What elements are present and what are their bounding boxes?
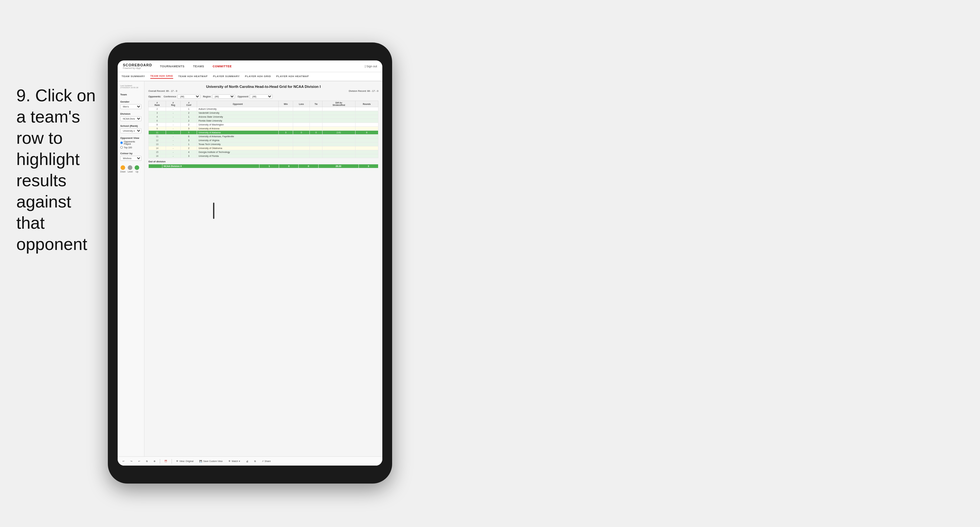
out-division-table: NCAA Division II 1 0 0 26.00 3 (148, 164, 379, 168)
logo-title: SCOREBOARD (123, 63, 152, 67)
region-select[interactable]: (All) (212, 94, 235, 99)
col-reg: #Reg (165, 101, 180, 107)
watch-btn[interactable]: 👁 Watch ▾ (227, 459, 242, 463)
last-updated: Last Updated: 27/03/2024 16:55:38 (120, 84, 142, 89)
radio-top100[interactable]: Top 100 (120, 146, 142, 149)
legend-up-icon (135, 165, 139, 170)
out-division-row[interactable]: NCAA Division II 1 0 0 26.00 3 (149, 164, 379, 168)
legend: Down Level Up (120, 165, 142, 173)
app-logo: SCOREBOARD Powered by clippi (123, 63, 152, 69)
save-custom-view-btn[interactable]: 💾 Save Custom View (198, 459, 224, 463)
tab-player-h2h-grid[interactable]: PLAYER H2H GRID (245, 75, 271, 78)
colour-by-label: Colour by (120, 152, 142, 155)
data-panel: University of North Carolina Head-to-Hea… (145, 81, 382, 457)
nav-bar: SCOREBOARD Powered by clippi TOURNAMENTS… (118, 61, 382, 72)
panel-records: Overall Record: 89 - 17 - 0 Division Rec… (148, 89, 379, 92)
col-opponent: Opponent (197, 101, 278, 107)
division-select[interactable]: NCAA Division I (120, 116, 142, 121)
out-div-loss: 0 (279, 164, 299, 168)
conference-filter: Conference (All) (164, 94, 200, 99)
tab-team-h2h-heatmap[interactable]: TEAM H2H HEATMAP (178, 75, 208, 78)
col-win: Win (278, 101, 293, 107)
table-row[interactable]: 12-3University of Virginia (149, 139, 379, 142)
out-div-win: 1 (259, 164, 279, 168)
redo-btn[interactable]: ↪ (129, 459, 134, 463)
gender-label: Gender (120, 100, 142, 103)
panel-title: University of North Carolina Head-to-Hea… (148, 84, 379, 89)
opponents-label: Opponents: (148, 95, 161, 98)
table-row[interactable]: 9-3University of Arizona (149, 127, 379, 131)
paste-btn[interactable]: ⊕ (152, 459, 157, 463)
view-original-btn[interactable]: 👁 View: Original (175, 459, 195, 463)
tablet-screen: SCOREBOARD Powered by clippi TOURNAMENTS… (118, 61, 382, 466)
clock-btn[interactable]: ⏰ (163, 459, 169, 463)
col-loss: Loss (293, 101, 310, 107)
copy2-btn[interactable]: ⧉ (253, 459, 258, 463)
division-label: Division (120, 112, 142, 115)
toolbar-sep2 (172, 459, 172, 463)
team-label: Team (120, 93, 142, 96)
toolbar: ↩ ↪ ↩ ⧉ ⊕ ⏰ 👁 View: Original 💾 Save Cust… (118, 457, 382, 466)
conference-select[interactable]: (All) (177, 94, 200, 99)
col-rounds: Rounds (355, 101, 379, 107)
toolbar-sep1 (160, 459, 160, 463)
school-label: School (Rank) (120, 124, 142, 127)
sub-nav: TEAM SUMMARY TEAM H2H GRID TEAM H2H HEAT… (118, 72, 382, 81)
back-btn[interactable]: ↩ (137, 459, 142, 463)
table-row[interactable]: 11-5University of Alabama3002.618 (149, 131, 379, 135)
out-div-diff: 26.00 (318, 164, 358, 168)
table-row[interactable]: 15-4Georgia Institute of Technology (149, 150, 379, 154)
out-div-name-cell: NCAA Division II (162, 164, 259, 168)
legend-level: Level (128, 165, 133, 173)
opponent-view-group: Opponents Played Top 100 (120, 140, 142, 149)
filter-row: Opponents: Conference (All) Region (All) (148, 94, 379, 99)
main-content: Last Updated: 27/03/2024 16:55:38 Team G… (118, 81, 382, 457)
nav-tournaments[interactable]: TOURNAMENTS (159, 65, 186, 68)
share-btn[interactable]: ↗ Share (260, 459, 272, 463)
division-record: Division Record: 88 - 17 - 0 (349, 89, 379, 92)
table-row[interactable]: 16-3University of Florida (149, 154, 379, 158)
print-btn[interactable]: 🖨 (244, 459, 250, 463)
col-tie: Tie (310, 101, 323, 107)
table-header-row: #Rank #Reg #Conf Opponent Win Loss Tie D… (149, 101, 379, 107)
out-div-tie: 0 (299, 164, 318, 168)
table-row[interactable]: 2-1Auburn University (149, 107, 379, 111)
opponent-select[interactable]: (All) (250, 94, 272, 99)
tab-player-h2h-heatmap[interactable]: PLAYER H2H HEATMAP (276, 75, 309, 78)
table-row[interactable]: 4-1Arizona State University (149, 115, 379, 119)
table-row[interactable]: 13-1Texas Tech University (149, 142, 379, 146)
nav-committee[interactable]: COMMITTEE (212, 65, 233, 68)
table-row[interactable]: 14-2University of Oklahoma (149, 146, 379, 150)
radio-opponents-played[interactable]: Opponents Played (120, 140, 142, 145)
table-row[interactable]: 8-2University of Washington (149, 123, 379, 127)
h2h-table: #Rank #Reg #Conf Opponent Win Loss Tie D… (148, 100, 379, 158)
tab-team-h2h-grid[interactable]: TEAM H2H GRID (150, 75, 173, 79)
table-row[interactable]: 3-2Vanderbilt University (149, 111, 379, 115)
opponent-filter: Opponent (All) (237, 94, 272, 99)
legend-down-icon (121, 165, 125, 170)
sidebar: Last Updated: 27/03/2024 16:55:38 Team G… (118, 81, 145, 457)
sign-out[interactable]: | Sign out (365, 65, 377, 68)
undo-btn[interactable]: ↩ (121, 459, 126, 463)
table-row[interactable]: 11-6University of Arkansas, Fayetteville (149, 135, 379, 139)
copy-btn[interactable]: ⧉ (145, 459, 150, 463)
col-diff: Diff AvStrokes/Rnd (323, 101, 355, 107)
gender-select[interactable]: Men's (120, 104, 142, 109)
legend-level-icon (128, 165, 132, 170)
opponent-view-label: Opponent View (120, 137, 142, 140)
out-div-label-cell (149, 164, 162, 168)
tablet-side-button (213, 202, 214, 219)
out-div-rounds: 3 (358, 164, 378, 168)
col-rank: #Rank (149, 101, 166, 107)
region-filter: Region (All) (203, 94, 235, 99)
tab-player-summary[interactable]: PLAYER SUMMARY (213, 75, 240, 78)
legend-up: Up (135, 165, 139, 173)
colour-by-select[interactable]: Win/loss (120, 156, 142, 161)
col-conf: #Conf (180, 101, 197, 107)
tab-team-summary[interactable]: TEAM SUMMARY (122, 75, 145, 78)
nav-teams[interactable]: TEAMS (192, 65, 205, 68)
nav-links: TOURNAMENTS TEAMS COMMITTEE (159, 65, 365, 68)
tablet-frame: SCOREBOARD Powered by clippi TOURNAMENTS… (108, 43, 392, 484)
table-row[interactable]: 6-2Florida State University (149, 119, 379, 123)
school-select[interactable]: University of Nort... (120, 128, 142, 133)
